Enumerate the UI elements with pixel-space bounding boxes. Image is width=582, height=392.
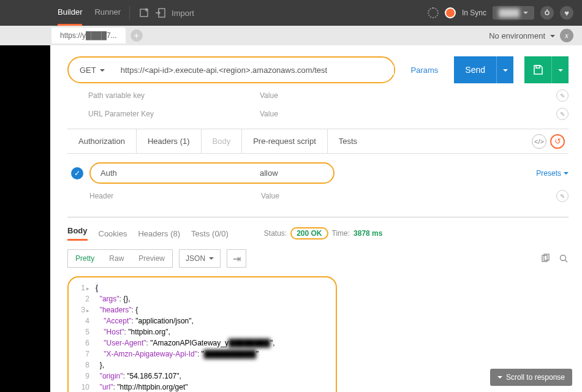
response-tab-tests[interactable]: Tests (0/0) bbox=[191, 229, 229, 238]
edit-icon[interactable]: ✎ bbox=[556, 190, 569, 202]
tab-tests[interactable]: Tests bbox=[328, 129, 368, 153]
time-label: Time: bbox=[332, 229, 350, 238]
sync-status-icon bbox=[428, 7, 439, 18]
status-label: Status: bbox=[264, 229, 287, 238]
runner-tab[interactable]: Runner bbox=[94, 0, 121, 26]
env-quicklook-icon[interactable]: x bbox=[560, 29, 573, 42]
format-selector[interactable]: JSON bbox=[179, 249, 221, 268]
view-raw[interactable]: Raw bbox=[102, 250, 131, 267]
response-tab-headers[interactable]: Headers (8) bbox=[138, 229, 180, 238]
request-tab[interactable]: https://y████7... bbox=[51, 28, 126, 43]
response-tab-body[interactable]: Body bbox=[67, 226, 88, 241]
header-row-highlight: Auth allow bbox=[89, 162, 334, 184]
sync-dot-icon bbox=[445, 7, 456, 18]
send-button[interactable]: Send bbox=[454, 56, 496, 83]
path-var-key-placeholder[interactable]: Path variable key bbox=[88, 91, 260, 100]
url-input[interactable] bbox=[116, 66, 394, 75]
url-param-value-placeholder[interactable]: Value bbox=[260, 110, 556, 118]
path-var-value-placeholder[interactable]: Value bbox=[260, 91, 556, 100]
left-sidebar-strip bbox=[0, 0, 50, 392]
edit-icon[interactable]: ✎ bbox=[556, 108, 569, 120]
settings-icon[interactable] bbox=[540, 6, 554, 20]
new-window-icon[interactable] bbox=[138, 7, 151, 19]
sync-label: In Sync bbox=[462, 9, 486, 17]
header-enabled-check[interactable]: ✓ bbox=[71, 167, 83, 179]
request-bar: GET bbox=[67, 56, 395, 83]
header-key-placeholder[interactable]: Header bbox=[89, 192, 261, 200]
request-subtabs: Authorization Headers (1) Body Pre-reque… bbox=[67, 129, 569, 154]
status-badge: 200 OK bbox=[290, 227, 328, 239]
time-value: 3878 ms bbox=[353, 229, 382, 238]
tab-body[interactable]: Body bbox=[202, 129, 243, 153]
svg-line-10 bbox=[565, 260, 568, 263]
params-button[interactable]: Params bbox=[402, 66, 447, 75]
user-menu[interactable]: ████ bbox=[493, 6, 534, 20]
copy-icon[interactable] bbox=[540, 254, 550, 263]
header-key[interactable]: Auth bbox=[100, 168, 260, 178]
header-value[interactable]: allow bbox=[260, 168, 278, 178]
svg-rect-6 bbox=[536, 66, 540, 68]
header-value-placeholder[interactable]: Value bbox=[261, 192, 556, 200]
topbar-divider bbox=[129, 6, 130, 20]
tab-headers[interactable]: Headers (1) bbox=[137, 129, 202, 153]
presets-link[interactable]: Presets bbox=[536, 169, 569, 178]
svg-point-9 bbox=[561, 255, 566, 261]
svg-point-4 bbox=[545, 11, 549, 15]
search-icon[interactable] bbox=[559, 254, 569, 263]
builder-tab[interactable]: Builder bbox=[58, 0, 82, 26]
heart-icon[interactable]: ♥ bbox=[560, 6, 573, 20]
add-tab-button[interactable]: + bbox=[130, 29, 143, 42]
http-method-selector[interactable]: GET bbox=[69, 66, 116, 75]
tab-prerequest[interactable]: Pre-request script bbox=[242, 129, 328, 153]
view-preview[interactable]: Preview bbox=[131, 250, 172, 267]
reset-icon[interactable]: ↺ bbox=[550, 134, 565, 149]
environment-selector[interactable]: No environment bbox=[489, 31, 545, 40]
chevron-down-icon bbox=[550, 31, 555, 40]
code-snippet-icon[interactable]: </> bbox=[532, 134, 546, 149]
top-bar: Builder Runner Import In Sync ████ ♥ bbox=[0, 0, 582, 26]
response-tab-cookies[interactable]: Cookies bbox=[99, 229, 127, 238]
import-label[interactable]: Import bbox=[172, 9, 194, 18]
import-icon[interactable] bbox=[154, 7, 167, 19]
tab-authorization[interactable]: Authorization bbox=[67, 129, 137, 153]
response-body: 1{2 "args": {},3 "headers": {4 "Accept":… bbox=[67, 276, 337, 392]
url-param-key-placeholder[interactable]: URL Parameter Key bbox=[88, 110, 260, 118]
edit-icon[interactable]: ✎ bbox=[556, 89, 569, 102]
request-tab-bar: https://y████7... + No environment x bbox=[0, 26, 582, 45]
wrap-lines-icon[interactable]: ⇥ bbox=[227, 249, 246, 268]
view-pretty[interactable]: Pretty bbox=[68, 250, 102, 267]
save-dropdown[interactable] bbox=[551, 56, 569, 83]
section-divider bbox=[67, 217, 569, 217]
save-button[interactable] bbox=[524, 56, 551, 83]
send-dropdown[interactable] bbox=[496, 56, 513, 83]
